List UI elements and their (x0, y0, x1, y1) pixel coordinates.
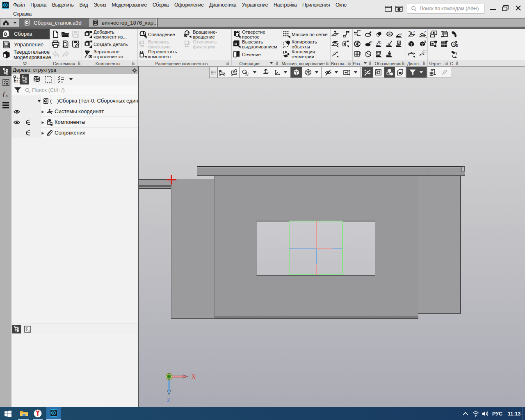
svg-text:x: x (5, 93, 8, 98)
svg-text:B: B (456, 43, 458, 48)
svg-text:A: A (398, 41, 401, 45)
svg-text:R: R (370, 40, 372, 44)
svg-text:Z: Z (167, 397, 171, 403)
svg-text:f: f (3, 91, 5, 97)
svg-text:A: A (453, 43, 455, 47)
svg-text:E: E (379, 40, 381, 44)
svg-text:X: X (192, 374, 196, 380)
svg-text:?: ? (424, 30, 426, 34)
svg-text:G?: G? (422, 50, 427, 54)
svg-text:?: ? (413, 30, 415, 34)
